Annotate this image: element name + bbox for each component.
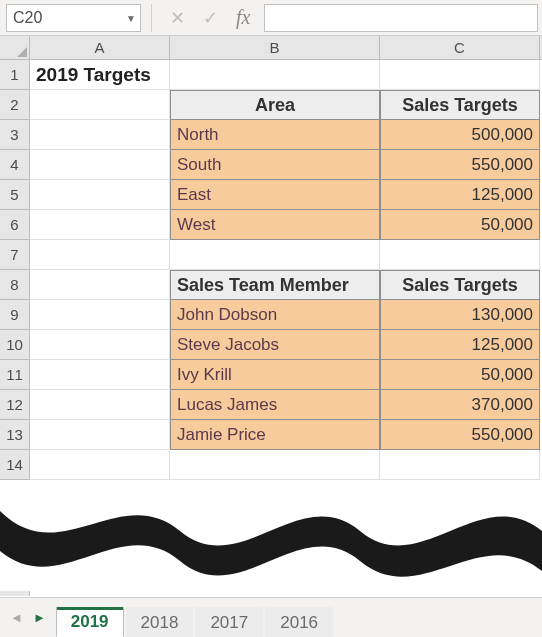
area-target[interactable]: 50,000 — [380, 210, 540, 240]
area-target[interactable]: 500,000 — [380, 120, 540, 150]
cell-title[interactable]: 2019 Targets — [30, 60, 170, 90]
cell[interactable] — [30, 240, 170, 270]
team-member[interactable]: Steve Jacobs — [170, 330, 380, 360]
row-header[interactable]: 13 — [0, 420, 29, 450]
cell[interactable] — [170, 60, 380, 90]
team-target[interactable]: 50,000 — [380, 360, 540, 390]
name-box[interactable]: C20 ▼ — [6, 4, 141, 32]
row-headers: 1 2 3 4 5 6 7 8 9 10 11 12 13 14 — [0, 60, 30, 480]
row-header[interactable]: 11 — [0, 360, 29, 390]
name-box-value: C20 — [13, 9, 42, 27]
row-header[interactable]: 14 — [0, 450, 29, 480]
row-header[interactable]: 12 — [0, 390, 29, 420]
sheet-tab-2017[interactable]: 2017 — [195, 607, 263, 637]
cell[interactable] — [30, 120, 170, 150]
spreadsheet-grid: A B C 1 2 3 4 5 6 7 8 9 10 11 12 13 14 2… — [0, 36, 542, 596]
row-header[interactable]: 10 — [0, 330, 29, 360]
row-header[interactable]: 4 — [0, 150, 29, 180]
column-headers: A B C — [30, 36, 542, 60]
cell[interactable] — [380, 60, 540, 90]
cell[interactable] — [30, 360, 170, 390]
accept-icon: ✓ — [203, 7, 218, 29]
team-member[interactable]: Ivy Krill — [170, 360, 380, 390]
row-header[interactable]: 9 — [0, 300, 29, 330]
row-header[interactable]: 21 — [0, 591, 30, 596]
cells-area[interactable]: 2019 Targets Area Sales Targets North 50… — [30, 60, 542, 596]
row-header[interactable]: 7 — [0, 240, 29, 270]
row-header[interactable]: 3 — [0, 120, 29, 150]
chevron-down-icon[interactable]: ▼ — [126, 12, 136, 23]
divider — [151, 4, 152, 32]
formula-input[interactable] — [264, 4, 538, 32]
tab-nav-next-icon[interactable]: ► — [33, 610, 46, 625]
cells-row-21[interactable] — [30, 591, 542, 596]
cell[interactable] — [380, 240, 540, 270]
cell[interactable] — [30, 420, 170, 450]
team-member[interactable]: Lucas James — [170, 390, 380, 420]
formula-bar: C20 ▼ ✕ ✓ fx — [0, 0, 542, 36]
column-header-B[interactable]: B — [170, 36, 380, 60]
cancel-icon: ✕ — [170, 7, 185, 29]
row-header[interactable]: 1 — [0, 60, 29, 90]
cell[interactable] — [380, 450, 540, 480]
column-header-A[interactable]: A — [30, 36, 170, 60]
tab-nav-arrows: ◄ ► — [0, 610, 56, 625]
select-all-corner[interactable] — [0, 36, 30, 60]
area-name[interactable]: West — [170, 210, 380, 240]
row-header[interactable]: 8 — [0, 270, 29, 300]
cell[interactable] — [30, 150, 170, 180]
team-target[interactable]: 370,000 — [380, 390, 540, 420]
team-target[interactable]: 550,000 — [380, 420, 540, 450]
fx-icon[interactable]: fx — [236, 6, 250, 29]
team-table-header[interactable]: Sales Team Member — [170, 270, 380, 300]
cell[interactable] — [30, 180, 170, 210]
sheet-tab-bar: ◄ ► 2019 2018 2017 2016 — [0, 597, 542, 637]
sheet-tab-2018[interactable]: 2018 — [126, 607, 194, 637]
column-header-C[interactable]: C — [380, 36, 540, 60]
cell[interactable] — [30, 270, 170, 300]
tab-nav-prev-icon[interactable]: ◄ — [10, 610, 23, 625]
cell[interactable] — [30, 330, 170, 360]
area-name[interactable]: East — [170, 180, 380, 210]
team-target[interactable]: 130,000 — [380, 300, 540, 330]
cell[interactable] — [30, 90, 170, 120]
row-header[interactable]: 6 — [0, 210, 29, 240]
area-table-header[interactable]: Sales Targets — [380, 90, 540, 120]
area-name[interactable]: North — [170, 120, 380, 150]
cell[interactable] — [30, 300, 170, 330]
area-target[interactable]: 550,000 — [380, 150, 540, 180]
area-table-header[interactable]: Area — [170, 90, 380, 120]
team-target[interactable]: 125,000 — [380, 330, 540, 360]
sheet-tab-2019[interactable]: 2019 — [56, 607, 124, 637]
row-header[interactable]: 5 — [0, 180, 29, 210]
formula-bar-buttons: ✕ ✓ fx — [156, 6, 264, 29]
row-header[interactable]: 2 — [0, 90, 29, 120]
cell[interactable] — [30, 450, 170, 480]
team-member[interactable]: Jamie Price — [170, 420, 380, 450]
team-table-header[interactable]: Sales Targets — [380, 270, 540, 300]
area-name[interactable]: South — [170, 150, 380, 180]
sheet-tab-2016[interactable]: 2016 — [265, 607, 333, 637]
area-target[interactable]: 125,000 — [380, 180, 540, 210]
team-member[interactable]: John Dobson — [170, 300, 380, 330]
cell[interactable] — [170, 240, 380, 270]
cell[interactable] — [170, 450, 380, 480]
cell[interactable] — [30, 390, 170, 420]
sheet-tabs: 2019 2018 2017 2016 — [56, 598, 335, 637]
cell[interactable] — [30, 210, 170, 240]
